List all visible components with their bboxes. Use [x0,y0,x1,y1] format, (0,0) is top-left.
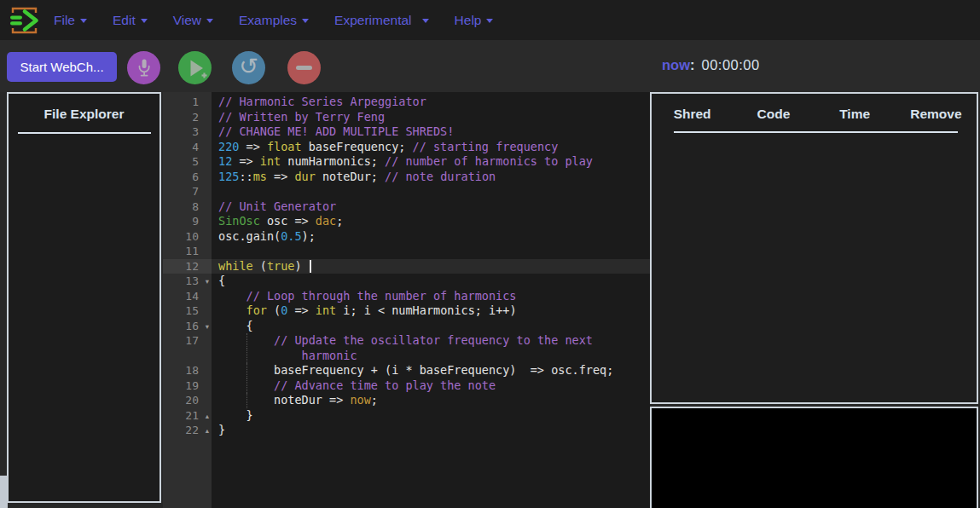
code-text: { [212,319,253,334]
play-add-shred-icon [183,55,208,81]
code-line[interactable]: 19 // Advance time to play the note [163,378,650,394]
menu-experimental-label: Experimental [334,13,411,28]
play-shred-button[interactable] [178,51,212,84]
code-line[interactable]: 21▴ } [163,408,650,424]
indent-guide [246,349,247,364]
line-number: 17 [163,333,212,349]
microphone-icon [134,57,154,79]
fold-open-icon[interactable]: ▾ [206,320,209,335]
shred-column-time: Time [815,107,896,122]
line-number: 18 [163,363,212,378]
code-line[interactable]: 3// CHANGE ME! ADD MULTIPLE SHREDS! [163,124,650,140]
line-number: 6 [163,170,212,185]
code-line[interactable]: 2// Written by Terry Feng [163,110,650,125]
code-text: 220 => float baseFrequency; // starting … [212,140,558,155]
menu-bar: File Edit View Examples Experimental Hel… [0,0,980,40]
menu-edit[interactable]: Edit [100,0,160,40]
fold-close-icon[interactable]: ▴ [206,424,209,439]
remove-shred-button[interactable] [287,51,321,84]
code-line[interactable]: 11 [163,244,650,259]
line-number: 11 [163,244,212,259]
webchuck-ide-window: File Edit View Examples Experimental Hel… [0,0,980,508]
code-line[interactable]: 14 // Loop through the number of harmoni… [163,289,650,304]
code-text: SinOsc osc => dac; [212,214,343,229]
code-line[interactable]: 13▾{ [163,274,650,289]
line-number: 22▴ [163,423,212,438]
code-text: harmonic [212,349,357,364]
chuck-time-display: now:00:00:00 [662,57,760,73]
code-line[interactable]: 20 noteDur => now; [163,393,650,408]
shred-column-remove: Remove [896,107,977,122]
code-line[interactable]: harmonic [163,349,650,364]
revert-anticlockwise-arrow-icon: ↺ [239,55,258,78]
code-line[interactable]: 17 // Update the oscillator frequency to… [163,333,650,349]
menu-edit-label: Edit [113,13,136,28]
code-text: } [212,408,253,424]
code-line[interactable]: 512 => int numHarmonics; // number of ha… [163,154,650,170]
code-line[interactable]: 18 baseFrequency + (i * baseFrequency) =… [163,363,650,378]
code-text: noteDur => now; [212,393,378,408]
line-number: 19 [163,378,212,394]
code-text: while (true) [212,259,311,274]
line-number: 16▾ [163,319,212,334]
menu-help[interactable]: Help [442,0,507,40]
code-text: for (0 => int i; i < numHarmonics; i++) [212,303,517,319]
code-line[interactable]: 8// Unit Generator [163,199,650,215]
revert-button[interactable]: ↺ [232,51,265,84]
microphone-button[interactable] [127,51,160,84]
menu-help-label: Help [455,13,482,28]
now-colon: : [690,57,695,72]
code-text: // Advance time to play the note [212,378,496,394]
indent-guide [246,333,247,349]
line-number: 15 [163,303,212,319]
start-webchuck-button[interactable]: Start WebCh... [7,52,117,82]
code-editor[interactable]: 1// Harmonic Series Arpeggiator2// Writt… [163,92,650,508]
code-text: // Update the oscillator frequency to th… [212,333,593,349]
fold-close-icon[interactable]: ▴ [206,409,209,424]
code-line[interactable]: 16▾ { [163,319,650,334]
code-line[interactable]: 9SinOsc osc => dac; [163,214,650,229]
code-text: 125::ms => dur noteDur; // note duration [212,170,496,185]
code-text: osc.gain(0.5); [212,229,316,245]
line-number: 3 [163,124,212,140]
menu-file[interactable]: File [41,0,100,40]
indent-guide [246,378,247,394]
code-line[interactable]: 6125::ms => dur noteDur; // note duratio… [163,170,650,185]
code-line[interactable]: 12while (true) [163,259,650,274]
code-line[interactable]: 7 [163,184,650,199]
fold-open-icon[interactable]: ▾ [206,274,209,290]
line-number: 4 [163,140,212,155]
line-number [163,349,212,364]
code-text: } [212,423,225,438]
webchuck-logo-icon[interactable] [7,4,41,37]
text-cursor [310,260,311,273]
code-text: { [212,274,225,289]
code-line[interactable]: 4220 => float baseFrequency; // starting… [163,140,650,155]
menu-examples[interactable]: Examples [226,0,322,40]
caret-down-icon [206,19,213,23]
code-text: // Harmonic Series Arpeggiator [212,95,426,110]
scrollbar-thumb[interactable] [0,476,8,508]
now-value: 00:00:00 [702,57,760,72]
caret-down-icon [486,19,493,23]
code-text: 12 => int numHarmonics; // number of har… [212,154,593,170]
line-number: 20 [163,393,212,408]
menu-experimental[interactable]: Experimental [322,0,441,40]
line-number: 1 [163,95,212,110]
shred-column-shred: Shred [652,107,733,122]
shred-table-panel: Shred Code Time Remove [650,92,978,404]
code-line[interactable]: 1// Harmonic Series Arpeggiator [163,95,650,110]
line-number: 5 [163,154,212,170]
menu-view[interactable]: View [160,0,226,40]
code-text: baseFrequency + (i * baseFrequency) => o… [212,363,613,378]
main-area: File Explorer 1// Harmonic Series Arpegg… [0,92,980,508]
shred-table-divider [674,131,958,133]
code-line[interactable]: 22▴} [163,423,650,438]
code-text: // Written by Terry Feng [212,110,385,125]
menu-examples-label: Examples [239,13,297,28]
code-line[interactable]: 15 for (0 => int i; i < numHarmonics; i+… [163,303,650,319]
line-number: 8 [163,199,212,215]
line-number: 14 [163,289,212,304]
code-line[interactable]: 10osc.gain(0.5); [163,229,650,245]
now-label: now [662,57,690,72]
